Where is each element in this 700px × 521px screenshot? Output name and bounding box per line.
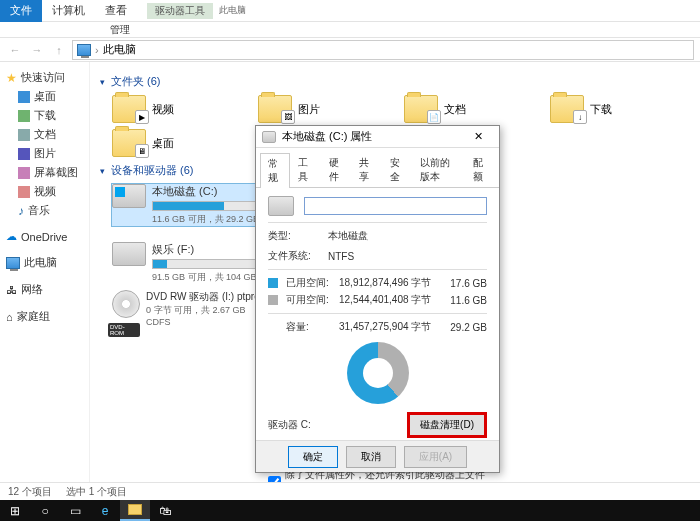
drive-icon — [112, 242, 146, 266]
folder-pictures[interactable]: 🖼图片 — [258, 95, 388, 123]
drive-icon — [268, 196, 294, 216]
tab-general[interactable]: 常规 — [260, 153, 290, 188]
dialog-titlebar[interactable]: 本地磁盘 (C:) 属性 ✕ — [256, 126, 499, 148]
ribbon-title: 此电脑 — [219, 4, 246, 17]
drive-f[interactable]: 娱乐 (F:) 91.5 GB 可用，共 104 GB — [112, 242, 272, 284]
sidebar-item-desktop[interactable]: 桌面 — [4, 87, 85, 106]
forward-button[interactable]: → — [28, 41, 46, 59]
tab-quota[interactable]: 配额 — [465, 152, 495, 187]
sidebar-item-downloads[interactable]: 下载 — [4, 106, 85, 125]
sidebar-item-music[interactable]: ♪音乐 — [4, 201, 85, 220]
properties-dialog: 本地磁盘 (C:) 属性 ✕ 常规 工具 硬件 共享 安全 以前的版本 配额 类… — [255, 125, 500, 473]
fs-value: NTFS — [328, 251, 354, 262]
volume-label-input[interactable] — [304, 197, 487, 215]
sidebar-item-screenshots[interactable]: 屏幕截图 — [4, 163, 85, 182]
ribbon-manage-tab[interactable]: 管理 — [110, 23, 130, 37]
sidebar-item-pictures[interactable]: 图片 — [4, 144, 85, 163]
cancel-button[interactable]: 取消 — [346, 446, 396, 468]
folder-desktop[interactable]: 🖥桌面 — [112, 129, 242, 157]
sidebar-item-documents[interactable]: 文档 — [4, 125, 85, 144]
cloud-icon: ☁ — [6, 230, 17, 243]
address-input[interactable]: › 此电脑 — [72, 40, 694, 60]
sidebar-item-videos[interactable]: 视频 — [4, 182, 85, 201]
sidebar-network[interactable]: 🖧网络 — [4, 280, 85, 299]
folder-downloads[interactable]: ↓下载 — [550, 95, 680, 123]
sidebar-thispc[interactable]: 此电脑 — [4, 253, 85, 272]
cortana-button[interactable]: ○ — [30, 500, 60, 521]
section-folders[interactable]: ▾文件夹 (6) — [100, 74, 690, 89]
dialog-tabs: 常规 工具 硬件 共享 安全 以前的版本 配额 — [256, 148, 499, 188]
ribbon-file-tab[interactable]: 文件 — [0, 0, 42, 22]
sidebar-quick-access[interactable]: ★快速访问 — [4, 68, 85, 87]
pc-icon — [77, 44, 91, 56]
tab-security[interactable]: 安全 — [382, 152, 412, 187]
drive-c[interactable]: 本地磁盘 (C:) 11.6 GB 可用，共 29.2 GB — [112, 184, 272, 226]
disk-cleanup-button[interactable]: 磁盘清理(D) — [407, 412, 487, 438]
status-bar: 12 个项目 选中 1 个项目 — [0, 482, 700, 500]
usage-pie-chart — [347, 342, 409, 404]
sidebar: ★快速访问 桌面 下载 文档 图片 屏幕截图 视频 ♪音乐 ☁OneDrive … — [0, 62, 90, 502]
drive-dvd[interactable]: DVD-ROM DVD RW 驱动器 (I:) ptpress 0 字节 可用，… — [112, 290, 272, 327]
back-button[interactable]: ← — [6, 41, 24, 59]
dialog-footer: 确定 取消 应用(A) — [256, 440, 499, 472]
drive-icon — [112, 184, 146, 208]
address-bar: ← → ↑ › 此电脑 — [0, 38, 700, 62]
network-icon: 🖧 — [6, 284, 17, 296]
dialog-title: 本地磁盘 (C:) 属性 — [282, 129, 372, 144]
drive-icon — [262, 131, 276, 143]
item-count: 12 个项目 — [8, 485, 52, 499]
tab-hardware[interactable]: 硬件 — [321, 152, 351, 187]
edge-button[interactable]: e — [90, 500, 120, 521]
star-icon: ★ — [6, 71, 17, 85]
dvd-icon — [112, 290, 140, 318]
ribbon-view-tab[interactable]: 查看 — [95, 0, 137, 22]
ribbon-computer-tab[interactable]: 计算机 — [42, 0, 95, 22]
selected-count: 选中 1 个项目 — [66, 485, 127, 499]
explorer-button[interactable] — [120, 500, 150, 521]
apply-button[interactable]: 应用(A) — [404, 446, 467, 468]
start-button[interactable]: ⊞ — [0, 500, 30, 521]
ribbon-context-group: 驱动器工具 — [147, 3, 213, 19]
ribbon: 文件 计算机 查看 驱动器工具 此电脑 — [0, 0, 700, 22]
tab-sharing[interactable]: 共享 — [351, 152, 381, 187]
sidebar-onedrive[interactable]: ☁OneDrive — [4, 228, 85, 245]
taskbar: ⊞ ○ ▭ e 🛍 — [0, 500, 700, 521]
taskview-button[interactable]: ▭ — [60, 500, 90, 521]
pc-icon — [6, 257, 20, 269]
tab-previous[interactable]: 以前的版本 — [412, 152, 464, 187]
folder-videos[interactable]: ▶视频 — [112, 95, 242, 123]
up-button[interactable]: ↑ — [50, 41, 68, 59]
close-button[interactable]: ✕ — [463, 130, 493, 143]
sidebar-homegroup[interactable]: ⌂家庭组 — [4, 307, 85, 326]
ok-button[interactable]: 确定 — [288, 446, 338, 468]
drive-label: 驱动器 C: — [268, 418, 311, 432]
folder-documents[interactable]: 📄文档 — [404, 95, 534, 123]
type-value: 本地磁盘 — [328, 229, 368, 243]
breadcrumb[interactable]: 此电脑 — [103, 42, 136, 57]
store-button[interactable]: 🛍 — [150, 500, 180, 521]
music-icon: ♪ — [18, 204, 24, 218]
homegroup-icon: ⌂ — [6, 311, 13, 323]
tab-tools[interactable]: 工具 — [290, 152, 320, 187]
